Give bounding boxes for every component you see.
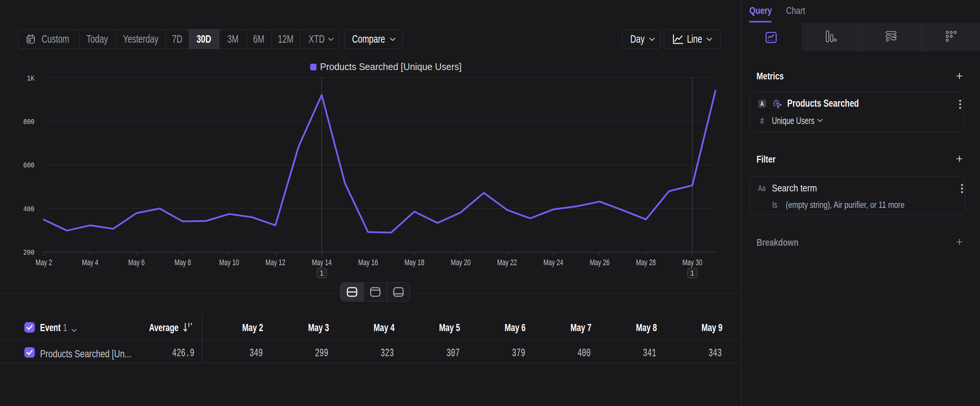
svg-text:400: 400 bbox=[23, 205, 35, 213]
svg-text:200: 200 bbox=[23, 248, 35, 257]
svg-text:May 24: May 24 bbox=[544, 258, 563, 267]
svg-text:May 22: May 22 bbox=[497, 258, 517, 267]
svg-text:May 6: May 6 bbox=[128, 258, 145, 267]
svg-text:May 8: May 8 bbox=[175, 258, 191, 267]
svg-text:May 26: May 26 bbox=[590, 258, 609, 267]
svg-text:May 28: May 28 bbox=[636, 258, 656, 267]
svg-text:May 30: May 30 bbox=[682, 258, 702, 267]
svg-text:May 2: May 2 bbox=[35, 258, 52, 267]
svg-text:1: 1 bbox=[320, 269, 324, 277]
svg-text:600: 600 bbox=[23, 161, 35, 170]
svg-text:May 14: May 14 bbox=[312, 258, 332, 267]
svg-text:May 12: May 12 bbox=[266, 258, 285, 267]
svg-text:May 18: May 18 bbox=[404, 258, 424, 267]
svg-text:800: 800 bbox=[23, 118, 35, 126]
svg-text:May 20: May 20 bbox=[451, 258, 471, 267]
svg-text:May 10: May 10 bbox=[220, 258, 239, 267]
svg-text:1K: 1K bbox=[27, 74, 35, 83]
svg-text:May 16: May 16 bbox=[358, 258, 378, 267]
svg-text:May 4: May 4 bbox=[82, 258, 99, 267]
svg-text:1: 1 bbox=[690, 269, 694, 277]
svg-text:Products Searched [Unique User: Products Searched [Unique Users] bbox=[320, 61, 461, 72]
